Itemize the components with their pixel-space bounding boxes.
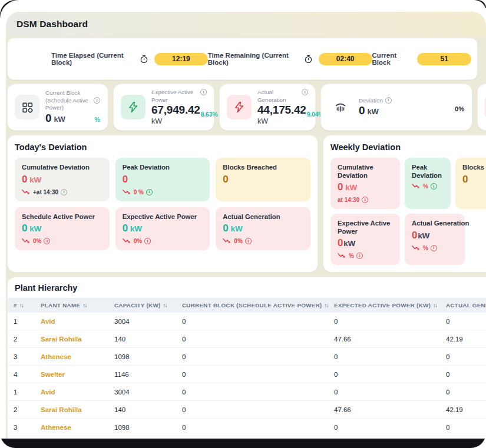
app-window: DSM Dashboard Time Elapsed (Current Bloc…: [0, 0, 486, 439]
kpi-body: Current Block (Schedule Active Power) 0k…: [45, 89, 101, 125]
deviation-value: 0kW: [338, 237, 393, 249]
table-row: 3 Athenese 1098 0 0 0: [8, 419, 486, 436]
time-elapsed-value: 12:19: [154, 53, 208, 65]
info-icon[interactable]: [431, 245, 437, 251]
kpi-row: Current Block (Schedule Active Power) 0k…: [7, 84, 485, 131]
plant-name-link[interactable]: Avid: [35, 383, 108, 401]
current-block-cell: 0: [176, 330, 328, 348]
peak-deviation-card: Peak Deviation %: [405, 158, 451, 209]
kpi-label: Current Block (Schedule Active Power): [45, 89, 96, 112]
capacity-cell: 1098: [108, 419, 176, 436]
table-row: 3 Athenese 1098 0 0 0: [8, 348, 486, 366]
plant-name-link[interactable]: Avid: [35, 313, 108, 330]
info-icon[interactable]: [94, 97, 100, 104]
deviation-footer: at 14:30: [338, 197, 393, 203]
expected-power-cell: 0: [328, 313, 440, 330]
plant-table: # PLANT NAME CAPACITY (KW) CURRENT BLOCK…: [8, 298, 486, 439]
dashboard-surface: DSM Dashboard Time Elapsed (Current Bloc…: [6, 12, 486, 439]
table-row: 2 Sarai Rohilla 140 0 47.66 42.19: [8, 330, 486, 348]
time-remaining-group: Time Remaining (Current Block) 02:40: [208, 52, 372, 66]
column-header-expected-power[interactable]: EXPECTED ACTIVE POWER (KW): [328, 298, 440, 313]
plant-name-link[interactable]: Swelter: [35, 436, 108, 439]
kpi-label: Actual Generation: [257, 89, 308, 104]
time-elapsed-label: Time Elapsed (Current Block): [51, 52, 134, 66]
block-timer-bar: Time Elapsed (Current Block) 12:19 Time …: [7, 38, 478, 80]
expective-active-power-card: Expective Active Power 0kW 0%: [115, 207, 210, 251]
kpi-unit: kW: [367, 107, 378, 116]
info-icon[interactable]: [385, 97, 392, 104]
column-header-current-block[interactable]: CURRENT BLOCK (SCHEDULE ACTIVE POWER): [176, 298, 328, 313]
capacity-cell: 3004: [108, 313, 176, 330]
row-index: 2: [8, 401, 35, 419]
time-remaining-value: 02:40: [319, 53, 372, 65]
deviation-value: 0: [462, 174, 486, 185]
current-block-label: Current Block: [372, 52, 412, 66]
trend-down-icon: [123, 189, 131, 195]
capacity-cell: 140: [108, 401, 176, 419]
trend-down-icon: [223, 238, 232, 244]
kpi-percent: 8.63%: [201, 111, 218, 118]
current-block-value: 51: [417, 53, 471, 65]
schedule-active-power-card: Schedule Active Power 0kW 0%: [15, 207, 110, 251]
table-row: 1 Avid 3004 0 0 0: [8, 313, 486, 330]
info-icon[interactable]: [362, 197, 368, 203]
expected-power-cell: 0: [328, 366, 440, 383]
capacity-cell: 140: [108, 330, 176, 348]
column-header-capacity[interactable]: CAPACITY (KW): [108, 298, 176, 313]
sort-icon: [322, 302, 328, 308]
info-icon[interactable]: [146, 189, 153, 195]
panel-title: Plant Hierarchy: [8, 283, 486, 293]
sort-icon: [161, 302, 167, 308]
stopwatch-icon: [304, 55, 313, 64]
column-header-plant-name[interactable]: PLANT NAME: [35, 298, 108, 313]
column-header-id[interactable]: #: [8, 298, 35, 313]
kpi-label: Deviation: [359, 97, 465, 105]
plant-name-link[interactable]: Sarai Rohilla: [35, 330, 108, 348]
peak-deviation-card: Peak Deviation 0 0 %: [115, 158, 210, 201]
info-icon[interactable]: [44, 238, 50, 244]
cumulative-deviation-card: Cumulative Deviation 0kW +at 14:30: [15, 158, 110, 201]
info-icon[interactable]: [431, 183, 437, 190]
cumulative-deviation-card: Cumulative Deviation 0kW at 14:30: [330, 158, 400, 209]
deviation-footer: %: [412, 245, 458, 251]
deviation-grid: Cumulative Deviation 0kW +at 14:30 Peak …: [15, 158, 310, 250]
sort-icon: [80, 302, 87, 308]
capacity-cell: 3004: [108, 383, 176, 401]
plant-hierarchy-panel: Plant Hierarchy # PLANT NAME CAPACITY (K…: [7, 277, 486, 439]
info-icon[interactable]: [245, 238, 252, 244]
trend-down-icon: [22, 189, 31, 195]
deviation-value: 0kW: [22, 174, 103, 185]
expective-active-power-card: Expective Active Power 0kW %: [330, 214, 400, 265]
plant-name-link[interactable]: Athenese: [35, 419, 108, 436]
actual-generation-cell: 0: [440, 436, 486, 439]
plant-name-link[interactable]: Sarai Rohilla: [35, 401, 108, 419]
info-icon[interactable]: [356, 253, 363, 259]
info-icon[interactable]: [144, 238, 151, 244]
expected-power-cell: 0: [328, 348, 440, 366]
deviation-footer: 0%: [123, 238, 203, 244]
info-icon[interactable]: [61, 189, 67, 195]
info-icon[interactable]: [200, 89, 207, 95]
trend-down-icon: [338, 253, 346, 259]
plant-table-body: 1 Avid 3004 0 0 0 2 Sarai Rohilla 140 0 …: [8, 313, 486, 439]
actual-generation-cell: 42.19: [440, 401, 486, 419]
column-header-actual-generation[interactable]: ACTUAL GENERATION (KW): [440, 298, 486, 313]
deviation-footer: %: [412, 183, 444, 190]
deviation-footer: 0 %: [123, 189, 203, 195]
signal-bars-icon: [328, 95, 353, 120]
current-block-cell: 0: [176, 436, 328, 439]
info-icon[interactable]: [302, 89, 308, 95]
current-block-cell: 0: [176, 366, 328, 383]
row-index: 4: [8, 436, 35, 439]
weekly-deviation-panel: Weekly Deviation Cumulative Deviation 0k…: [323, 135, 486, 273]
plant-name-link[interactable]: Athenese: [35, 348, 108, 366]
blocks-breached-card: Blocks Breached 0: [216, 158, 310, 201]
kpi-deviation: Deviation 0kW 0%: [320, 84, 472, 131]
kpi-value: 0kW: [45, 112, 101, 125]
row-index: 2: [8, 330, 35, 348]
kpi-unit: kW: [54, 115, 65, 124]
plant-name-link[interactable]: Swelter: [35, 366, 108, 383]
kpi-value: 0kW: [359, 104, 465, 117]
kpi-body: Expective Active Power 67,949.428.63% kW: [151, 89, 207, 125]
bolt-icon: [227, 95, 252, 120]
